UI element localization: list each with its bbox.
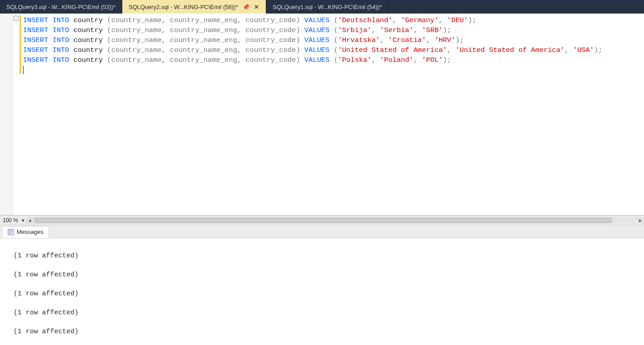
hscroll-track[interactable] xyxy=(34,217,636,224)
tab-sqlquery3[interactable]: SQLQuery3.sql - W...KING-PC\Emil (53))* xyxy=(0,0,122,14)
tab-sqlquery1[interactable]: SQLQuery1.sql - W...KING-PC\Emil (54))* xyxy=(266,0,389,14)
code-area[interactable]: INSERT INTO country (country_name, count… xyxy=(22,14,644,215)
outline-column: − xyxy=(13,14,19,215)
editor-gutter xyxy=(0,14,13,215)
message-line: (1 row affected) xyxy=(14,322,644,341)
messages-output[interactable]: (1 row affected)(1 row affected)(1 row a… xyxy=(0,238,644,345)
pin-icon[interactable]: 📌 xyxy=(242,4,249,10)
tab-messages[interactable]: Messages xyxy=(2,226,49,238)
tab-label: SQLQuery3.sql - W...KING-PC\Emil (53))* xyxy=(6,4,116,10)
zoom-dropdown-icon[interactable]: ▾ xyxy=(20,217,26,224)
message-line: (1 row affected) xyxy=(14,247,644,266)
close-icon[interactable]: ✕ xyxy=(253,4,259,10)
document-tabbar: SQLQuery3.sql - W...KING-PC\Emil (53))* … xyxy=(0,0,644,14)
outline-collapse-toggle[interactable]: − xyxy=(14,16,19,21)
zoom-level: 100 % xyxy=(0,217,20,224)
results-tabstrip: Messages xyxy=(0,225,644,238)
hscroll-left-icon[interactable]: ◂ xyxy=(26,217,33,224)
messages-tab-label: Messages xyxy=(17,228,43,235)
message-line: (1 row affected) xyxy=(14,303,644,322)
tab-label: SQLQuery1.sql - W...KING-PC\Emil (54))* xyxy=(273,4,382,10)
message-line: (1 row affected) xyxy=(14,266,644,284)
hscroll-right-icon[interactable]: ▸ xyxy=(637,217,644,224)
sql-editor: − INSERT INTO country (country_name, cou… xyxy=(0,14,644,215)
editor-statusbar: 100 % ▾ ◂ ▸ xyxy=(0,215,644,225)
messages-icon xyxy=(8,229,14,235)
tab-label: SQLQuery2.sql - W...KING-PC\Emil (58))* xyxy=(129,4,238,10)
hscroll-thumb[interactable] xyxy=(34,218,612,223)
message-line: (1 row affected) xyxy=(14,284,644,303)
tab-sqlquery2[interactable]: SQLQuery2.sql - W...KING-PC\Emil (58))* … xyxy=(122,0,266,14)
